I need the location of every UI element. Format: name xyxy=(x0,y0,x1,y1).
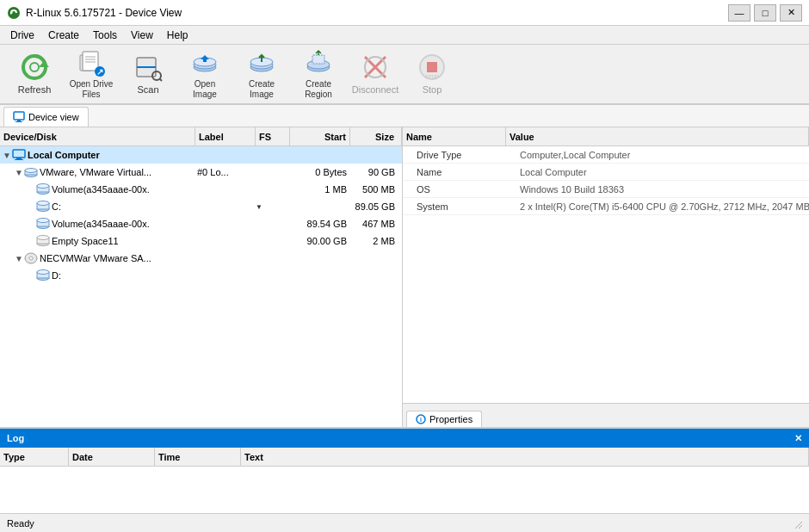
props-body: Drive Type Computer,Local Computer Name … xyxy=(403,146,809,403)
log-title: Log xyxy=(7,433,24,443)
log-body xyxy=(0,467,809,513)
empty-space-icon xyxy=(36,235,50,247)
tree-row[interactable]: ▼ VMware, VMware Virtual... #0 Lo... 0 B… xyxy=(0,164,402,181)
svg-rect-29 xyxy=(427,62,437,72)
tree-row[interactable]: ▼ D: xyxy=(0,267,402,284)
svg-point-56 xyxy=(37,270,49,275)
svg-point-53 xyxy=(29,257,33,260)
cdrom-icon xyxy=(24,252,38,264)
expand-icon: ▼ xyxy=(14,167,24,177)
props-tab-properties[interactable]: i Properties xyxy=(406,411,482,427)
open-drive-files-button[interactable]: ↗ Open Drive Files xyxy=(64,48,119,100)
svg-point-39 xyxy=(25,169,37,173)
app-logo xyxy=(7,6,21,20)
tree-row[interactable]: ▼ NECVMWar VMware SA... xyxy=(0,250,402,267)
create-image-icon xyxy=(246,48,277,77)
open-image-button[interactable]: Open Image xyxy=(177,48,232,100)
tree-row[interactable]: ▼ C: ▼ 89.05 GB xyxy=(0,198,402,215)
tree-row[interactable]: ▼ Empty Space11 90.00 GB 2 MB xyxy=(0,232,402,250)
node-label: NECVMWar VMware SA... xyxy=(40,253,151,263)
menu-help[interactable]: Help xyxy=(160,28,195,43)
volume-icon xyxy=(36,183,50,195)
size-cell: 89.05 GB xyxy=(350,201,402,212)
statusbar: Ready xyxy=(0,513,809,532)
disconnect-button[interactable]: Disconnect xyxy=(348,48,403,100)
tree-body: ▼ Local Computer xyxy=(0,146,402,427)
svg-rect-24 xyxy=(312,55,324,64)
log-col-type: Type xyxy=(0,448,69,466)
titlebar: R-Linux 5.6.175721 - Device View — □ ✕ xyxy=(0,0,809,26)
svg-marker-3 xyxy=(39,61,49,67)
prop-row: Drive Type Computer,Local Computer xyxy=(403,146,809,164)
prop-value: Windows 10 Build 18363 xyxy=(516,184,809,195)
menu-tools[interactable]: Tools xyxy=(86,28,124,43)
svg-text:i: i xyxy=(420,417,422,423)
menu-drive[interactable]: Drive xyxy=(3,28,41,43)
device-cell: ▼ NECVMWar VMware SA... xyxy=(0,252,195,264)
node-label: VMware, VMware Virtual... xyxy=(40,167,151,177)
toolbar: Refresh ↗ Open Drive Files xyxy=(0,45,809,105)
svg-point-51 xyxy=(37,236,49,240)
scan-label: Scan xyxy=(137,84,158,96)
left-panel: Device/Disk Label FS Start Size ▼ xyxy=(0,127,403,427)
menu-view[interactable]: View xyxy=(124,28,160,43)
disk-icon xyxy=(24,166,38,178)
tab-device-view[interactable]: Device view xyxy=(3,107,89,127)
maximize-button[interactable]: □ xyxy=(754,4,776,22)
svg-point-48 xyxy=(37,219,49,223)
disconnect-icon xyxy=(360,53,391,83)
node-label: Local Computer xyxy=(28,150,100,160)
tree-row[interactable]: ▼ Volume(a345aaae-00x. 1 MB 500 MB xyxy=(0,181,402,198)
col-fs: FS xyxy=(256,127,290,145)
scan-button[interactable]: Scan xyxy=(120,48,176,100)
size-cell: 467 MB xyxy=(350,219,402,229)
tree-row[interactable]: ▼ Local Computer xyxy=(0,146,402,164)
prop-name: Name xyxy=(413,167,516,177)
create-region-icon xyxy=(303,48,334,77)
svg-line-60 xyxy=(799,525,802,529)
svg-point-4 xyxy=(30,63,39,71)
stop-icon: STOP xyxy=(417,53,448,83)
start-cell: 89.54 GB xyxy=(290,219,350,229)
prop-name: OS xyxy=(413,184,516,195)
prop-name: System xyxy=(413,201,516,212)
svg-text:↗: ↗ xyxy=(96,67,103,77)
size-cell: 500 MB xyxy=(350,184,402,195)
log-col-text: Text xyxy=(241,448,809,466)
prop-name: Drive Type xyxy=(413,150,516,160)
main-content: Device/Disk Label FS Start Size ▼ xyxy=(0,127,809,427)
start-cell: 0 Bytes xyxy=(290,167,350,177)
dropdown-arrow[interactable]: ▼ xyxy=(256,203,262,211)
col-label: Label xyxy=(195,127,256,145)
create-region-label: Create Region xyxy=(295,79,342,100)
svg-rect-35 xyxy=(16,158,22,159)
refresh-button[interactable]: Refresh xyxy=(7,48,62,100)
close-button[interactable]: ✕ xyxy=(780,4,802,22)
fs-cell: ▼ xyxy=(256,203,290,211)
minimize-button[interactable]: — xyxy=(728,4,750,22)
log-header: Log ✕ xyxy=(0,429,809,448)
log-panel: Log ✕ Type Date Time Text xyxy=(0,427,809,513)
svg-point-45 xyxy=(37,201,49,206)
app-title: R-Linux 5.6.175721 - Device View xyxy=(26,7,182,19)
svg-point-0 xyxy=(8,7,20,19)
volume-icon xyxy=(36,269,50,281)
svg-point-42 xyxy=(37,184,49,189)
create-image-button[interactable]: Create Image xyxy=(234,48,289,100)
stop-button[interactable]: STOP Stop xyxy=(404,48,460,100)
refresh-icon xyxy=(19,53,50,83)
properties-icon: i xyxy=(416,414,426,424)
node-label: D: xyxy=(52,270,61,281)
tree-row[interactable]: ▼ Volume(a345aaae-00x. 89.54 GB 467 MB xyxy=(0,215,402,232)
open-drive-files-label: Open Drive Files xyxy=(68,79,114,100)
size-cell: 2 MB xyxy=(350,236,402,246)
log-close-button[interactable]: ✕ xyxy=(794,433,802,444)
right-panel: Name Value Drive Type Computer,Local Com… xyxy=(403,127,809,427)
svg-rect-31 xyxy=(14,112,24,120)
props-tab-label: Properties xyxy=(429,414,472,424)
expand-icon: ▼ xyxy=(2,150,12,160)
volume-icon xyxy=(36,218,50,230)
create-region-button[interactable]: Create Region xyxy=(291,48,346,100)
menu-create[interactable]: Create xyxy=(41,28,86,43)
label-cell: #0 Lo... xyxy=(195,167,256,177)
